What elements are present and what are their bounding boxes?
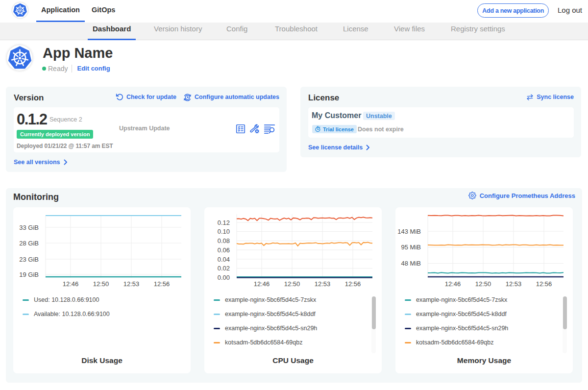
svg-text:95 MiB: 95 MiB xyxy=(401,244,421,251)
svg-text:0.12: 0.12 xyxy=(218,219,230,226)
svg-text:12:56: 12:56 xyxy=(536,280,552,288)
svg-text:28 GiB: 28 GiB xyxy=(19,240,39,247)
svg-text:12:53: 12:53 xyxy=(123,280,140,288)
svg-text:33 GiB: 33 GiB xyxy=(19,224,39,231)
svg-text:0.08: 0.08 xyxy=(218,237,230,244)
svg-text:12:46: 12:46 xyxy=(254,280,270,288)
svg-text:0.02: 0.02 xyxy=(218,265,230,272)
svg-text:12:50: 12:50 xyxy=(284,280,300,288)
svg-text:12:46: 12:46 xyxy=(445,280,461,288)
svg-text:12:53: 12:53 xyxy=(315,280,331,288)
svg-text:12:50: 12:50 xyxy=(475,280,491,288)
svg-text:23 GiB: 23 GiB xyxy=(19,256,39,263)
svg-text:0.06: 0.06 xyxy=(218,246,230,254)
svg-text:12:50: 12:50 xyxy=(93,280,109,288)
svg-text:12:46: 12:46 xyxy=(63,280,79,288)
svg-text:12:56: 12:56 xyxy=(154,280,170,288)
svg-text:0.00: 0.00 xyxy=(218,274,230,281)
svg-text:19 GiB: 19 GiB xyxy=(19,271,39,278)
svg-text:0.10: 0.10 xyxy=(218,228,230,235)
svg-text:48 MiB: 48 MiB xyxy=(401,260,421,267)
svg-text:12:56: 12:56 xyxy=(345,280,361,288)
svg-text:0.04: 0.04 xyxy=(218,256,230,263)
svg-text:143 MiB: 143 MiB xyxy=(397,228,421,235)
svg-text:12:53: 12:53 xyxy=(506,280,522,288)
